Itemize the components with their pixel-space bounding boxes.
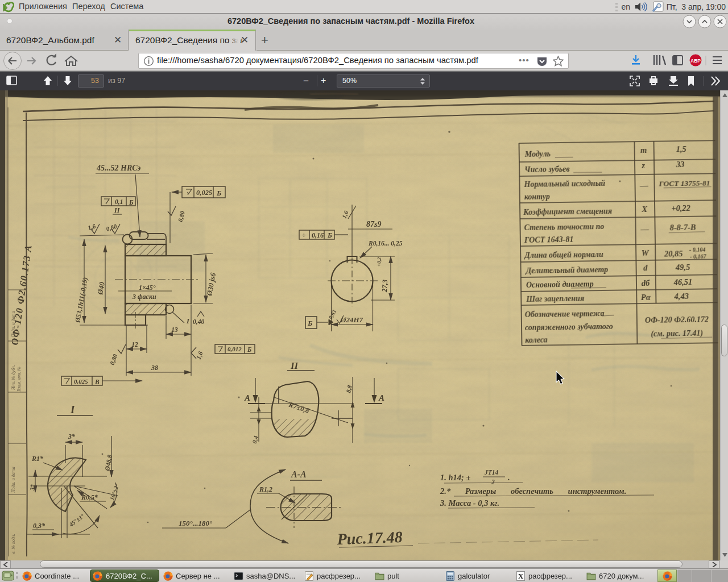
svg-text:(см. рис. 17.41): (см. рис. 17.41) xyxy=(651,329,703,339)
svg-text:0,16: 0,16 xyxy=(312,231,324,239)
svg-text:150°...180°: 150°...180° xyxy=(179,519,213,527)
svg-text:1,5: 1,5 xyxy=(676,144,686,153)
svg-text:33: 33 xyxy=(676,160,685,169)
svg-text:1×45°: 1×45° xyxy=(139,284,156,292)
svg-text:2: 2 xyxy=(491,479,495,485)
svg-text:колеса: колеса xyxy=(525,335,547,344)
svg-text:II: II xyxy=(290,360,299,371)
svg-text:ГОСТ 13755-81: ГОСТ 13755-81 xyxy=(658,178,710,188)
svg-text:Степень точности по: Степень точности по xyxy=(524,222,604,232)
svg-text:8-8-7-В: 8-8-7-В xyxy=(670,223,696,232)
svg-text:m: m xyxy=(640,146,647,155)
svg-text:46,51: 46,51 xyxy=(673,277,693,286)
svg-text:38: 38 xyxy=(151,364,158,372)
svg-text:Число зубьев: Число зубьев xyxy=(524,165,570,174)
svg-text:Нормальный исходный: Нормальный исходный xyxy=(523,179,605,189)
svg-text:4,43: 4,43 xyxy=(674,292,689,301)
svg-text:Подп. и дата: Подп. и дата xyxy=(11,311,16,338)
svg-text:Делительный диаметр: Делительный диаметр xyxy=(525,265,609,275)
svg-text:÷: ÷ xyxy=(302,231,306,239)
svg-text:d: d xyxy=(643,263,648,272)
svg-text:Взам. инв. №: Взам. инв. № xyxy=(16,366,22,392)
svg-text:Б: Б xyxy=(307,319,313,327)
svg-text:R1,2: R1,2 xyxy=(259,485,272,493)
svg-text:R0,16... 0,25: R0,16... 0,25 xyxy=(368,240,403,247)
svg-text:В: В xyxy=(94,379,100,385)
svg-text:13: 13 xyxy=(171,326,178,333)
svg-text:0,1: 0,1 xyxy=(115,198,123,205)
svg-text:Б: Б xyxy=(247,346,251,353)
svg-text:Ø24Н7: Ø24Н7 xyxy=(340,315,363,324)
svg-text:II: II xyxy=(114,206,121,214)
svg-text:—: — xyxy=(640,225,649,234)
svg-text:Б: Б xyxy=(327,231,332,239)
svg-text:0,3*: 0,3* xyxy=(33,522,46,530)
svg-text:Модуль: Модуль xyxy=(524,149,551,159)
svg-text:0,025: 0,025 xyxy=(196,189,212,197)
svg-text:49,5: 49,5 xyxy=(675,263,690,272)
svg-text:1. h14; ±: 1. h14; ± xyxy=(440,473,471,482)
svg-text:3*: 3* xyxy=(68,433,76,440)
svg-text:2.* Размеры обеспечить инструм: 2.* Размеры обеспечить инструментом. xyxy=(440,487,626,496)
svg-text:0,40: 0,40 xyxy=(193,318,204,325)
svg-text:R1*: R1* xyxy=(31,455,44,463)
svg-text:87s9: 87s9 xyxy=(366,220,381,228)
svg-text:- 0,104: - 0,104 xyxy=(689,246,705,252)
svg-text:Рис.17.48: Рис.17.48 xyxy=(336,528,403,548)
svg-text:А: А xyxy=(244,393,250,402)
svg-text:dб: dб xyxy=(642,278,650,288)
svg-text:27,3: 27,3 xyxy=(380,280,389,293)
svg-text:ГОСТ 1643-81: ГОСТ 1643-81 xyxy=(524,235,574,244)
svg-text:контур: контур xyxy=(524,192,550,201)
svg-text:ABP: ABP xyxy=(690,58,701,64)
svg-text:.: . xyxy=(508,473,510,482)
svg-text:Инв. № дубл.: Инв. № дубл. xyxy=(11,365,16,390)
svg-text:0,025: 0,025 xyxy=(74,378,88,385)
svg-text:+0,2: +0,2 xyxy=(376,257,382,267)
svg-text:Б: Б xyxy=(216,189,221,197)
svg-text:z: z xyxy=(641,161,645,170)
svg-text:I: I xyxy=(70,404,75,415)
svg-text:ОФ-120 Ф2.60.172: ОФ-120 Ф2.60.172 xyxy=(645,315,709,325)
svg-text:R0,5*: R0,5* xyxy=(81,493,98,501)
svg-text:3 фаски: 3 фаски xyxy=(132,293,156,301)
svg-text:А-А: А-А xyxy=(291,469,307,479)
svg-text:Обозначение чертежа: Обозначение чертежа xyxy=(525,309,605,319)
svg-text:Pα: Pα xyxy=(641,293,651,302)
svg-text:X: X xyxy=(518,572,524,580)
svg-text:Длина общей нормали: Длина общей нормали xyxy=(523,250,603,260)
svg-text:W: W xyxy=(642,248,650,257)
svg-text:3. Масса - 0,3 кг.: 3. Масса - 0,3 кг. xyxy=(440,498,499,508)
svg-text:—: — xyxy=(639,181,648,190)
svg-text:X: X xyxy=(641,205,647,214)
svg-text:- 0,167: - 0,167 xyxy=(690,253,706,259)
svg-text:JT14: JT14 xyxy=(484,469,499,476)
svg-text:в. № подл.: в. № подл. xyxy=(11,534,16,554)
svg-text:3*: 3* xyxy=(29,484,36,491)
svg-text:0,012: 0,012 xyxy=(228,346,242,352)
svg-text:сопряженного зубчатого: сопряженного зубчатого xyxy=(525,322,613,332)
svg-text:Б: Б xyxy=(129,198,134,206)
svg-text:Подп. и дата: Подп. и дата xyxy=(11,467,16,493)
svg-text:45...52 HRCэ: 45...52 HRCэ xyxy=(96,164,141,172)
svg-text:Коэффициент смещения: Коэффициент смещения xyxy=(523,207,612,217)
svg-text:А: А xyxy=(378,393,384,402)
svg-text:12: 12 xyxy=(131,341,138,348)
svg-text:20,85: 20,85 xyxy=(664,249,683,258)
svg-text:Шаг зацепления: Шаг зацепления xyxy=(526,294,584,303)
svg-text:+0,22: +0,22 xyxy=(671,203,690,213)
